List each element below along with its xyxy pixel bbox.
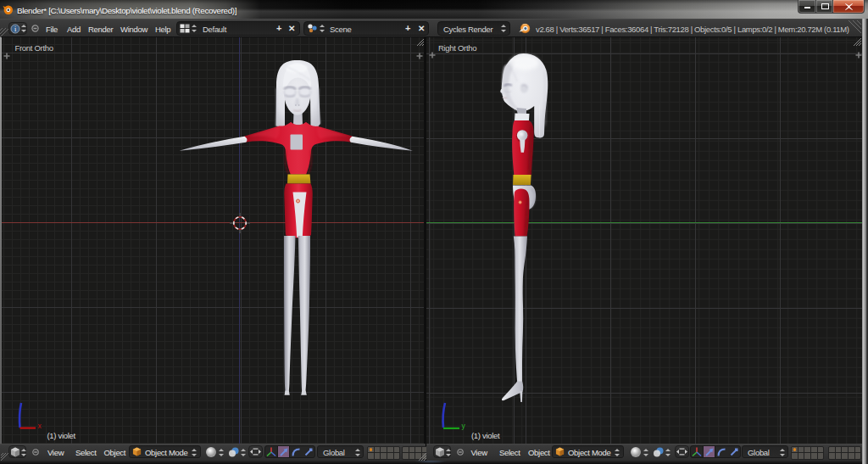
svg-text:y: y xyxy=(462,422,466,430)
svg-text:x: x xyxy=(38,422,42,430)
